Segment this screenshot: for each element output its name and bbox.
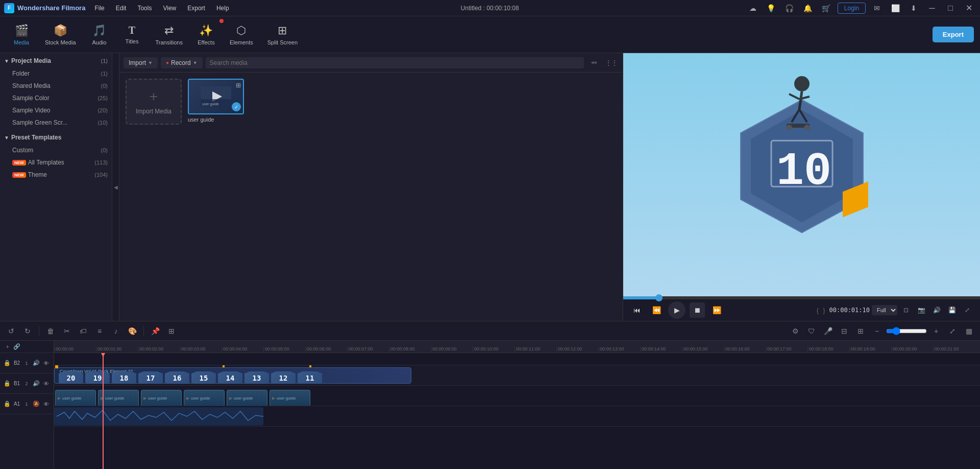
sidebar-item-shared-media[interactable]: Shared Media (0) [0, 80, 112, 92]
user-guide-clip[interactable]: ▶user guide [270, 390, 310, 406]
import-plus-icon: + [150, 88, 158, 105]
preview-volume-icon[interactable]: 🔊 [930, 303, 943, 317]
close-button[interactable]: ✕ [962, 1, 976, 15]
user-guide-clip[interactable]: ▶user guide [55, 390, 96, 406]
menu-view[interactable]: View [158, 3, 181, 14]
add-track-button[interactable]: ▦ [962, 324, 976, 338]
track1-mute-icon[interactable]: 🔊 [32, 359, 40, 367]
sidebar-item-sample-color[interactable]: Sample Color (25) [0, 92, 112, 104]
cut-button[interactable]: ✂ [60, 324, 74, 338]
track2-eye-icon[interactable]: 👁 [42, 380, 50, 388]
sidebar-item-theme[interactable]: NEW Theme (104) [0, 169, 112, 181]
main-toolbar: 🎬 Media 📦 Stock Media 🎵 Audio T Titles ⇄… [0, 16, 980, 53]
toolbar-transitions[interactable]: ⇄ Transitions [150, 21, 189, 49]
preview-screenshot-icon[interactable]: 📷 [915, 303, 928, 317]
sidebar-item-folder[interactable]: Folder (1) [0, 67, 112, 80]
menu-help[interactable]: Help [211, 3, 234, 14]
cloud-icon[interactable]: ☁ [746, 1, 760, 15]
undo-button[interactable]: ↺ [4, 324, 18, 338]
preview-progress-bar[interactable] [623, 296, 980, 299]
msg-icon[interactable]: ✉ [870, 1, 884, 15]
menu-edit[interactable]: Edit [111, 3, 132, 14]
rewind-button[interactable]: ⏮ [629, 302, 645, 318]
audio-eye-icon[interactable]: 👁 [42, 400, 50, 408]
sidebar-item-custom[interactable]: Custom (0) [0, 144, 112, 156]
zoom-slider[interactable] [886, 327, 927, 335]
countdown-digit: 13 [244, 371, 269, 384]
color-button[interactable]: 🎨 [125, 324, 139, 338]
toolbar-media[interactable]: 🎬 Media [6, 21, 37, 49]
export-button[interactable]: Export [933, 27, 974, 42]
project-media-header[interactable]: ▼ Project Media (1) [0, 54, 112, 67]
zoom-in-button[interactable]: + [929, 324, 943, 338]
track2-lock-icon[interactable]: 🔒 [3, 380, 11, 388]
mic-button[interactable]: 🎤 [821, 324, 835, 338]
add-track-icon[interactable]: ＋ [3, 343, 11, 351]
toolbar-split-screen[interactable]: ⊞ Split Screen [261, 21, 304, 49]
record-button[interactable]: ● Record ▼ [161, 57, 203, 68]
grouping-button[interactable]: ⊞ [164, 324, 179, 338]
user-guide-clip[interactable]: ▶user guide [98, 390, 139, 406]
shield-button[interactable]: 🛡 [804, 324, 819, 338]
menu-file[interactable]: File [89, 3, 109, 14]
preview-fullscreen-icon[interactable]: ⤢ [961, 303, 974, 317]
menu-tools[interactable]: Tools [132, 3, 157, 14]
preset-templates-header[interactable]: ▼ Preset Templates [0, 131, 112, 144]
adjust-button[interactable]: ≡ [92, 324, 107, 338]
user-guide-clip[interactable]: ▶user guide [141, 390, 182, 406]
audio-mute-icon[interactable]: 🔕 [32, 400, 40, 408]
preview-save-icon[interactable]: 💾 [945, 303, 959, 317]
filter-icon[interactable]: ⚯ [587, 56, 601, 70]
audio-lock-icon[interactable]: 🔒 [3, 400, 11, 408]
snap-button[interactable]: 📌 [148, 324, 162, 338]
user-guide-clip[interactable]: ▶user guide [184, 390, 225, 406]
import-media-card[interactable]: + Import Media [126, 79, 182, 125]
link-icon[interactable]: 🔗 [13, 343, 21, 351]
redo-button[interactable]: ↻ [20, 324, 35, 338]
track1-lock-icon[interactable]: 🔒 [3, 359, 11, 367]
ug-segment-label: user guide [277, 396, 296, 401]
user-guide-clip[interactable]: ▶user guide [227, 390, 267, 406]
toolbar-stock-media[interactable]: 📦 Stock Media [39, 21, 82, 49]
view-toggle-icon[interactable]: ⋮⋮ [604, 56, 619, 70]
toolbar-titles[interactable]: T Titles [117, 21, 148, 48]
preview-crop-icon[interactable]: ⊡ [899, 303, 913, 317]
menu-export[interactable]: Export [182, 3, 210, 14]
sidebar-item-sample-video[interactable]: Sample Video (20) [0, 104, 112, 116]
play-button[interactable]: ▶ [668, 301, 685, 319]
bell-icon[interactable]: 🔔 [801, 1, 815, 15]
search-input[interactable] [206, 57, 584, 68]
toolbar-elements[interactable]: ⬡ Elements [224, 21, 259, 49]
sidebar-item-all-templates[interactable]: NEW All Templates (113) [0, 156, 112, 169]
prev-split-button[interactable]: ⊞ [853, 324, 868, 338]
zoom-out-button[interactable]: − [870, 324, 884, 338]
sidebar-item-sample-green[interactable]: Sample Green Scr... (10) [0, 116, 112, 129]
toolbar-audio[interactable]: 🎵 Audio [84, 21, 115, 49]
screen-icon[interactable]: ⬜ [888, 1, 902, 15]
quality-select[interactable]: Full 1/2 1/4 [872, 305, 897, 315]
import-button[interactable]: Import ▼ [124, 57, 158, 68]
stop-button[interactable]: ⏹ [690, 302, 705, 318]
track1-eye-icon[interactable]: 👁 [42, 359, 50, 367]
left-panel-collapse[interactable]: ◀ [112, 53, 119, 321]
fit-view-button[interactable]: ⤢ [945, 324, 960, 338]
back-frame-button[interactable]: ⏪ [649, 302, 664, 318]
audio-button[interactable]: ♪ [109, 324, 123, 338]
login-button[interactable]: Login [838, 3, 866, 14]
tag-button[interactable]: 🏷 [76, 324, 90, 338]
cart-icon[interactable]: 🛒 [819, 1, 834, 15]
bulb-icon[interactable]: 💡 [764, 1, 778, 15]
maximize-button[interactable]: □ [943, 1, 958, 15]
toolbar-effects[interactable]: ✨ Effects [191, 21, 222, 49]
delete-button[interactable]: 🗑 [43, 324, 58, 338]
forward-frame-button[interactable]: ⏩ [709, 302, 724, 318]
settings-button[interactable]: ⚙ [788, 324, 802, 338]
media-item-user-guide[interactable]: user guide ✓ ⊞ user guide [188, 79, 244, 125]
split-audio-button[interactable]: ⊟ [837, 324, 851, 338]
track2-mute-icon[interactable]: 🔊 [32, 380, 40, 388]
countdown-clip[interactable]: Countdown Vol 01 Pack Element 27 2019181… [54, 367, 411, 384]
preset-templates-label: Preset Templates [11, 134, 62, 141]
minimize-button[interactable]: ─ [925, 1, 939, 15]
headphone-icon[interactable]: 🎧 [782, 1, 797, 15]
download-icon[interactable]: ⬇ [906, 1, 921, 15]
